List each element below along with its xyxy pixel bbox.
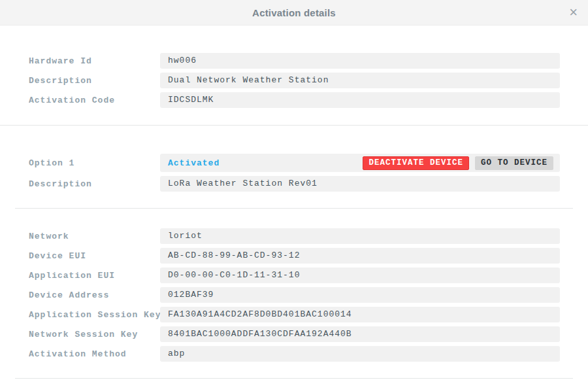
- field-value-option-description: LoRa Weather Station Rev01: [160, 176, 560, 192]
- field-row-application-session-key: Application Session Key FA130A91A4CD2AF8…: [29, 307, 560, 322]
- field-row-device-eui: Device EUI AB-CD-88-99-AB-CD-93-12: [29, 248, 560, 264]
- network-section: Network loriot Device EUI AB-CD-88-99-AB…: [29, 228, 560, 362]
- field-value-application-eui: D0-00-00-C0-1D-11-31-10: [160, 268, 560, 283]
- device-section: Hardware Id hw006 Description Dual Netwo…: [29, 53, 560, 108]
- field-value-activation-method: abp: [160, 346, 560, 362]
- field-label: Network Session Key: [29, 330, 160, 339]
- activation-details-modal: Activation details × Hardware Id hw006 D…: [0, 0, 588, 380]
- modal-title: Activation details: [252, 7, 336, 18]
- field-row-device-address: Device Address 012BAF39: [29, 287, 560, 303]
- field-label: Application Session Key: [29, 310, 160, 320]
- field-value-network: loriot: [160, 228, 560, 244]
- field-label: Description: [29, 179, 160, 189]
- section-divider: [0, 125, 588, 126]
- option-section: Option 1 Activated DEACTIVATE DEVICE GO …: [29, 154, 560, 192]
- go-to-device-button[interactable]: GO TO DEVICE: [475, 156, 553, 170]
- field-value-device-address: 012BAF39: [160, 287, 560, 303]
- field-value-device-eui: AB-CD-88-99-AB-CD-93-12: [160, 248, 560, 264]
- status-badge: Activated: [168, 158, 220, 168]
- field-row-hardware-id: Hardware Id hw006: [29, 53, 560, 69]
- deactivate-device-button[interactable]: DEACTIVATE DEVICE: [363, 156, 469, 170]
- field-label: Activation Code: [29, 95, 160, 105]
- option-buttons: DEACTIVATE DEVICE GO TO DEVICE: [363, 156, 553, 170]
- field-label: Device EUI: [29, 251, 160, 261]
- modal-body: Hardware Id hw006 Description Dual Netwo…: [0, 53, 588, 379]
- field-row-description: Description Dual Network Weather Station: [29, 73, 560, 88]
- field-value-network-session-key: 8401BAC1000ADDFA130CDFAA192A440B: [160, 326, 560, 342]
- modal-header: Activation details ×: [0, 0, 588, 26]
- field-value-description: Dual Network Weather Station: [160, 73, 560, 88]
- field-value-application-session-key: FA130A91A4CD2AF8D0BD401BAC100014: [160, 307, 560, 322]
- field-value-activation-code: IDCSDLMK: [160, 92, 560, 108]
- field-row-network: Network loriot: [29, 228, 560, 244]
- bottom-divider: [15, 378, 573, 379]
- field-row-network-session-key: Network Session Key 8401BAC1000ADDFA130C…: [29, 326, 560, 342]
- field-label: Activation Method: [29, 349, 160, 359]
- option-status-row: Option 1 Activated DEACTIVATE DEVICE GO …: [29, 154, 560, 172]
- field-row-activation-code: Activation Code IDCSDLMK: [29, 92, 560, 108]
- close-icon[interactable]: ×: [566, 4, 580, 21]
- field-label: Description: [29, 76, 160, 86]
- field-row-option-description: Description LoRa Weather Station Rev01: [29, 176, 560, 192]
- field-label: Application EUI: [29, 271, 160, 281]
- option-status-box: Activated DEACTIVATE DEVICE GO TO DEVICE: [160, 154, 560, 172]
- field-row-application-eui: Application EUI D0-00-00-C0-1D-11-31-10: [29, 268, 560, 283]
- field-label: Device Address: [29, 290, 160, 300]
- field-value-hardware-id: hw006: [160, 53, 560, 69]
- section-divider: [15, 208, 573, 209]
- field-label: Hardware Id: [29, 56, 160, 66]
- field-row-activation-method: Activation Method abp: [29, 346, 560, 362]
- option-label: Option 1: [29, 158, 160, 168]
- field-label: Network: [29, 232, 160, 241]
